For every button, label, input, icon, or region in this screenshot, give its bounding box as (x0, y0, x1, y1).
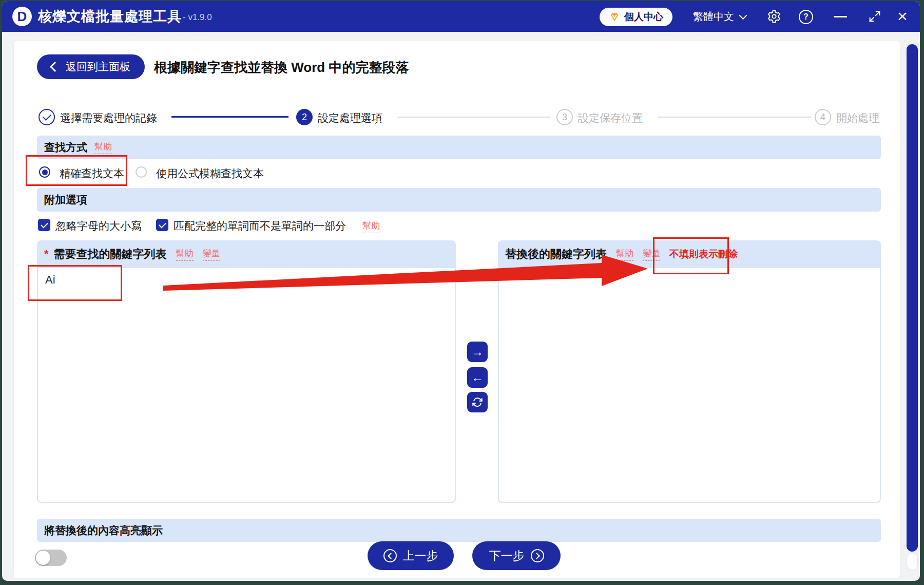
page-title: 根據關鍵字查找並替換 Word 中的完整段落 (154, 59, 409, 77)
scrollbar-thumb[interactable] (907, 44, 918, 552)
highlight-toggle[interactable] (35, 550, 67, 566)
step-connector (658, 117, 811, 118)
prev-step-button[interactable]: 上一步 (368, 541, 454, 570)
toggle-knob (36, 551, 50, 565)
replace-panel-header: 替換後的關鍵字列表 幫助 變量 不填則表示刪除 (498, 240, 881, 268)
user-center-button[interactable]: 個人中心 (600, 8, 672, 26)
gear-icon[interactable] (767, 9, 781, 24)
user-center-label: 個人中心 (624, 10, 663, 24)
language-label: 繁體中文 (693, 10, 734, 24)
chevron-right-circle-icon (531, 549, 544, 562)
step-3-circle: 3 (556, 109, 573, 125)
radio-fuzzy-search[interactable] (136, 166, 147, 180)
radio-exact-search[interactable] (39, 166, 50, 178)
radio-selected-icon (39, 166, 50, 178)
step-2-label: 設定處理選項 (318, 111, 382, 125)
extra-options-section-header: 附加選項 (37, 188, 881, 212)
radio-exact-search-label[interactable]: 精確查找文本 (60, 166, 124, 181)
close-icon[interactable]: × (897, 6, 908, 26)
step-3-label: 設定保存位置 (578, 111, 643, 125)
search-mode-title: 查找方式 (44, 140, 87, 155)
replace-keywords-panel: 替換後的關鍵字列表 幫助 變量 不填則表示刪除 (498, 240, 881, 503)
extra-options-help-link[interactable]: 幫助 (362, 220, 380, 233)
find-panel-variable-link[interactable]: 變量 (203, 248, 220, 261)
help-icon[interactable]: ? (799, 10, 813, 24)
step-connector (397, 117, 550, 118)
search-mode-section-header: 查找方式 幫助 (37, 136, 881, 159)
replace-panel-variable-link[interactable]: 變量 (643, 248, 660, 261)
highlight-title: 將替換後的內容高亮顯示 (44, 523, 163, 538)
checkbox-whole-word-label[interactable]: 匹配完整的單詞而不是單詞的一部分 (174, 219, 346, 233)
resize-icon[interactable] (868, 9, 882, 24)
step-4-label: 開始處理 (836, 111, 879, 125)
move-right-button[interactable]: → (467, 342, 488, 362)
app-title: 核爍文檔批量處理工具 (38, 7, 182, 26)
back-button-label: 返回到主面板 (66, 60, 130, 74)
chevron-down-icon (739, 12, 747, 20)
search-mode-help-link[interactable]: 幫助 (94, 141, 112, 154)
find-keywords-panel: * 需要查找的關鍵字列表 幫助 變量 Ai (37, 240, 456, 503)
replace-panel-empty-note: 不填則表示刪除 (669, 248, 738, 261)
app-version: - v1.9.0 (183, 12, 212, 23)
highlight-section-header: 將替換後的內容高亮顯示 (37, 519, 881, 542)
checkbox-ignore-case-label[interactable]: 忽略字母的大小寫 (55, 219, 142, 233)
replace-keywords-textarea[interactable] (499, 268, 880, 502)
chevron-left-circle-icon (383, 549, 397, 562)
app-window: D 核爍文檔批量處理工具 - v1.9.0 個人中心 繁體中文 (2, 1, 920, 581)
refresh-icon (472, 397, 483, 408)
app-logo: D (12, 7, 32, 26)
prev-button-label: 上一步 (403, 548, 438, 564)
next-step-button[interactable]: 下一步 (472, 541, 561, 570)
check-icon (43, 112, 51, 121)
chevron-left-icon (50, 62, 60, 72)
step-connector (171, 116, 288, 118)
radio-fuzzy-search-label[interactable]: 使用公式模糊查找文本 (156, 166, 264, 181)
scrollbar-track-end (907, 553, 918, 570)
step-4-circle: 4 (815, 109, 831, 125)
back-to-dashboard-button[interactable]: 返回到主面板 (37, 54, 145, 79)
language-selector[interactable]: 繁體中文 (693, 10, 746, 24)
move-left-button[interactable]: ← (467, 367, 488, 388)
next-button-label: 下一步 (489, 548, 525, 564)
checkbox-ignore-case[interactable] (38, 219, 50, 231)
replace-panel-help-link[interactable]: 幫助 (616, 248, 633, 261)
minimize-icon[interactable] (834, 16, 847, 17)
step-2-circle: 2 (296, 109, 313, 125)
required-mark: * (44, 248, 49, 261)
find-keywords-textarea[interactable]: Ai (38, 268, 455, 502)
refresh-button[interactable] (467, 392, 488, 412)
titlebar: D 核爍文檔批量處理工具 - v1.9.0 個人中心 繁體中文 (2, 1, 920, 32)
replace-panel-title: 替換後的關鍵字列表 (505, 247, 607, 262)
find-panel-header: * 需要查找的關鍵字列表 幫助 變量 (37, 240, 456, 268)
arrow-right-icon: → (471, 345, 484, 359)
radio-unselected-icon (136, 166, 147, 178)
desktop: D 核爍文檔批量處理工具 - v1.9.0 個人中心 繁體中文 (0, 0, 924, 585)
step-1-label: 選擇需要處理的記錄 (60, 111, 157, 125)
arrow-left-icon: ← (471, 370, 484, 385)
extra-options-title: 附加選項 (44, 193, 87, 207)
checkbox-whole-word[interactable] (156, 219, 168, 231)
vip-gem-icon (609, 11, 620, 23)
step-1-circle (38, 109, 55, 125)
find-panel-title: 需要查找的關鍵字列表 (54, 247, 167, 262)
find-panel-help-link[interactable]: 幫助 (176, 248, 194, 261)
